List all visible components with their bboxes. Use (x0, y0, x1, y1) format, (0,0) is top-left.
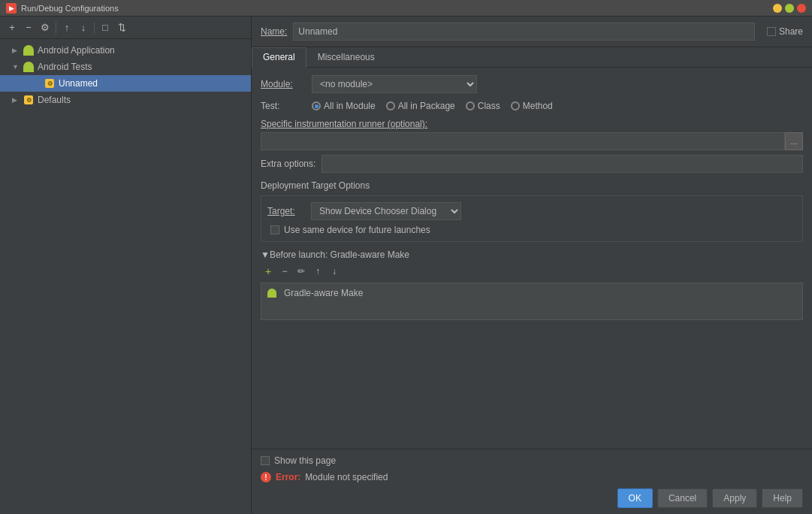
title-bar: ▶ Run/Debug Configurations (0, 0, 812, 17)
radio-method-circle (511, 101, 520, 110)
list-item[interactable]: Gradle-aware Make (264, 286, 799, 300)
radio-class-circle (466, 101, 475, 110)
target-label: Target: (267, 206, 305, 216)
tree-item-android-tests[interactable]: ▼ Android Tests (0, 59, 251, 75)
sort-btn[interactable]: ⇅ (114, 20, 129, 35)
test-radio-group: All in Module All in Package Class Metho… (312, 101, 553, 111)
bl-remove-btn[interactable]: − (277, 265, 292, 278)
show-page-checkbox[interactable] (261, 456, 270, 465)
apply-button[interactable]: Apply (712, 488, 757, 508)
window-title: Run/Debug Configurations (21, 4, 119, 13)
name-input[interactable] (293, 23, 755, 41)
move-down-btn[interactable]: ↓ (76, 20, 91, 35)
radio-method[interactable]: Method (511, 101, 553, 111)
tree-item-unnamed[interactable]: ▶ ⚙ Unnamed (0, 75, 251, 92)
share-checkbox[interactable] (767, 27, 776, 36)
name-bar: Name: Share (252, 17, 812, 47)
instrumentation-section: Specific instrumentation runner (optiona… (261, 119, 803, 150)
radio-all-in-module[interactable]: All in Module (312, 101, 376, 111)
deployment-inner: Target: Show Device Chooser Dialog USB D… (261, 195, 803, 242)
toolbar-sep-1 (56, 22, 56, 34)
tree-item-defaults[interactable]: ▶ ⚙ Defaults (0, 92, 251, 108)
before-launch-title-text: Before launch: Gradle-aware Make (270, 249, 409, 260)
tab-miscellaneous[interactable]: Miscellaneous (306, 47, 386, 67)
unnamed-icon: ⚙ (44, 78, 56, 89)
module-select-wrapper: <no module> (312, 75, 477, 93)
before-launch-header: ▼ Before launch: Gradle-aware Make (261, 249, 803, 260)
bl-up-btn[interactable]: ↑ (310, 265, 325, 278)
maximize-btn[interactable] (785, 4, 794, 13)
error-row: ! Error: Module not specified (261, 472, 803, 482)
instrumentation-input-wrapper: ... (261, 132, 803, 150)
android-app-icon (23, 45, 35, 56)
folder-btn[interactable]: □ (98, 20, 113, 35)
bl-edit-btn[interactable]: ✏ (294, 265, 309, 278)
module-select[interactable]: <no module> (312, 75, 477, 93)
tab-general[interactable]: General (252, 47, 306, 68)
defaults-icon: ⚙ (23, 95, 35, 105)
before-launch-list: Gradle-aware Make (261, 283, 803, 320)
arrow-android-app: ▶ (12, 47, 23, 54)
error-message: Module not specified (305, 472, 388, 482)
close-btn[interactable] (797, 4, 806, 13)
add-config-btn[interactable]: + (5, 20, 20, 35)
test-row: Test: All in Module All in Package Class (261, 101, 803, 111)
gradle-make-icon (267, 289, 276, 298)
target-row: Target: Show Device Chooser Dialog USB D… (267, 202, 796, 220)
action-buttons: OK Cancel Apply Help (261, 488, 803, 508)
radio-all-in-package[interactable]: All in Package (386, 101, 455, 111)
tree-toolbar: + − ⚙ ↑ ↓ □ ⇅ (0, 17, 251, 39)
ok-button[interactable]: OK (617, 488, 653, 508)
radio-all-in-module-circle (312, 101, 321, 110)
extra-options-input[interactable] (321, 155, 803, 173)
same-device-label: Use same device for future launches (284, 225, 430, 235)
bl-down-btn[interactable]: ↓ (327, 265, 342, 278)
content-area: Module: <no module> Test: All in Module (252, 68, 812, 449)
instrumentation-browse-btn[interactable]: ... (785, 132, 803, 150)
bl-add-btn[interactable]: + (261, 265, 276, 278)
arrow-android-tests: ▼ (12, 63, 23, 71)
remove-config-btn[interactable]: − (21, 20, 36, 35)
left-panel: + − ⚙ ↑ ↓ □ ⇅ ▶ Android Application ▼ (0, 17, 252, 514)
move-up-btn[interactable]: ↑ (59, 20, 74, 35)
radio-all-in-package-circle (386, 101, 395, 110)
extra-options-row: Extra options: (261, 155, 803, 173)
extra-options-label: Extra options: (261, 159, 315, 169)
module-row: Module: <no module> (261, 75, 803, 93)
share-label: Share (779, 26, 803, 37)
before-launch-toolbar: + − ✏ ↑ ↓ (261, 265, 803, 278)
android-tests-icon (23, 62, 35, 72)
radio-class[interactable]: Class (466, 101, 500, 111)
same-device-checkbox[interactable] (270, 225, 279, 234)
before-launch-section: ▼ Before launch: Gradle-aware Make + − ✏… (261, 249, 803, 320)
show-page-row: Show this page (261, 455, 803, 466)
arrow-defaults: ▶ (12, 96, 23, 104)
share-area: Share (767, 26, 803, 37)
minimize-btn[interactable] (773, 4, 782, 13)
cancel-button[interactable]: Cancel (657, 488, 708, 508)
error-icon: ! (261, 472, 271, 482)
config-tree: ▶ Android Application ▼ Android Tests ▶ … (0, 39, 251, 514)
gradle-make-label: Gradle-aware Make (284, 288, 363, 298)
module-label: Module: (261, 79, 306, 89)
bottom-bar: Show this page ! Error: Module not speci… (252, 449, 812, 514)
test-label: Test: (261, 101, 306, 111)
target-select[interactable]: Show Device Chooser Dialog USB Device Em… (311, 202, 461, 220)
deployment-title: Deployment Target Options (261, 180, 370, 191)
name-label: Name: (261, 26, 287, 37)
target-select-wrapper: Show Device Chooser Dialog USB Device Em… (311, 202, 461, 220)
main-container: + − ⚙ ↑ ↓ □ ⇅ ▶ Android Application ▼ (0, 17, 812, 514)
before-launch-title: ▼ (261, 249, 270, 260)
same-device-row: Use same device for future launches (267, 225, 796, 235)
toolbar-sep-2 (94, 22, 95, 34)
error-label: Error: (276, 472, 300, 482)
tree-item-android-app[interactable]: ▶ Android Application (0, 42, 251, 59)
deployment-section: Deployment Target Options Target: Show D… (261, 180, 803, 242)
help-button[interactable]: Help (762, 488, 803, 508)
window-icon: ▶ (6, 3, 17, 14)
show-page-label: Show this page (274, 455, 336, 466)
tabs-bar: General Miscellaneous (252, 47, 812, 68)
copy-config-btn[interactable]: ⚙ (38, 20, 53, 35)
instrumentation-label: Specific instrumentation runner (optiona… (261, 119, 427, 129)
instrumentation-input[interactable] (261, 132, 785, 150)
